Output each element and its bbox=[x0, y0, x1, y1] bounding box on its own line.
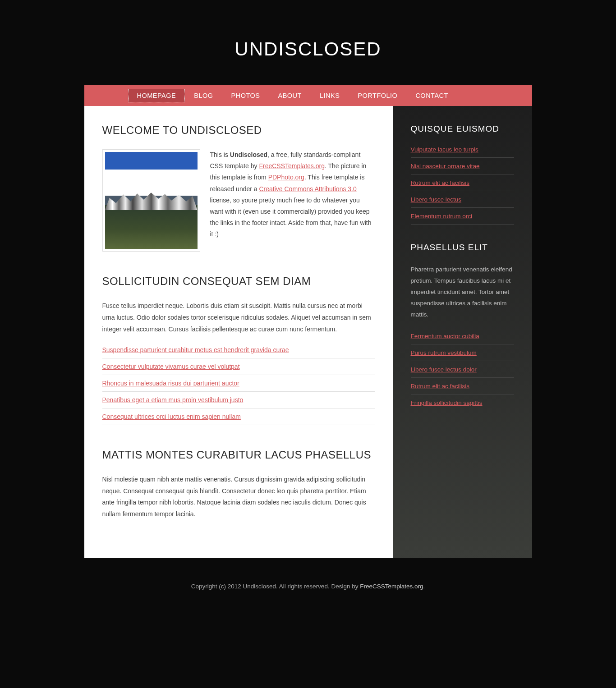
footer-text: . bbox=[423, 583, 425, 590]
post-link[interactable]: Consectetur vulputate vivamus curae vel … bbox=[102, 363, 240, 370]
list-item: Consequat ultrices orci luctus enim sapi… bbox=[102, 408, 375, 425]
list-item: Consectetur vulputate vivamus curae vel … bbox=[102, 358, 375, 375]
post-link[interactable]: Rhoncus in malesuada risus dui parturien… bbox=[102, 380, 239, 387]
list-item: Nisl nascetur ornare vitae bbox=[411, 158, 514, 174]
post-title: MATTIS MONTES CURABITUR LACUS PHASELLUS bbox=[102, 449, 375, 461]
sidebar-link[interactable]: Elementum rutrum orci bbox=[411, 213, 473, 220]
list-item: Penatibus eget a etiam mus proin vestibu… bbox=[102, 392, 375, 408]
post-body: Fusce tellus imperdiet neque. Lobortis d… bbox=[102, 300, 375, 335]
link-freecsstemplates[interactable]: FreeCSSTemplates.org bbox=[259, 162, 325, 170]
sidebar-body: Pharetra parturient venenatis eleifend p… bbox=[411, 264, 514, 321]
list-item: Rutrum elit ac facilisis bbox=[411, 174, 514, 191]
list-item: Vulputate lacus leo turpis bbox=[411, 146, 514, 158]
nav-portfolio[interactable]: PORTFOLIO bbox=[349, 89, 406, 102]
main-content: WELCOME TO UNDISCLOSED This is Undisclos… bbox=[84, 106, 393, 558]
post-link[interactable]: Penatibus eget a etiam mus proin vestibu… bbox=[102, 396, 244, 404]
site-title: UNDISCLOSED bbox=[84, 38, 532, 60]
post-body: Nisl molestie quam nibh ante mattis vene… bbox=[102, 474, 375, 521]
sidebar-title: QUISQUE EUISMOD bbox=[411, 124, 514, 134]
sidebar-link[interactable]: Fermentum auctor cubilia bbox=[411, 333, 479, 339]
sidebar-link[interactable]: Libero fusce lectus dolor bbox=[411, 366, 477, 373]
sidebar-link-list: Fermentum auctor cubilia Purus rutrum ve… bbox=[411, 332, 514, 411]
post-title: WELCOME TO UNDISCLOSED bbox=[102, 124, 375, 137]
nav-homepage[interactable]: HOMEPAGE bbox=[128, 89, 185, 102]
list-item: Libero fusce lectus dolor bbox=[411, 361, 514, 378]
intro-bold: Undisclosed bbox=[230, 151, 267, 158]
link-pdphoto[interactable]: PDPhoto.org bbox=[268, 174, 304, 181]
list-item: Libero fusce lectus bbox=[411, 191, 514, 208]
header: UNDISCLOSED bbox=[84, 0, 532, 85]
main-nav: HOMEPAGE BLOG PHOTOS ABOUT LINKS PORTFOL… bbox=[84, 85, 532, 106]
footer-text: Copyright (c) 2012 Undisclosed. All righ… bbox=[191, 583, 360, 590]
link-cc-license[interactable]: Creative Commons Attributions 3.0 bbox=[259, 185, 356, 193]
post-mattis: MATTIS MONTES CURABITUR LACUS PHASELLUS … bbox=[102, 449, 375, 521]
footer-link-freecsstemplates[interactable]: FreeCSSTemplates.org bbox=[360, 583, 423, 590]
intro-paragraph: This is Undisclosed, a free, fully stand… bbox=[210, 149, 375, 252]
post-link[interactable]: Consequat ultrices orci luctus enim sapi… bbox=[102, 413, 241, 420]
sidebar: QUISQUE EUISMOD Vulputate lacus leo turp… bbox=[393, 106, 532, 558]
post-welcome: WELCOME TO UNDISCLOSED This is Undisclos… bbox=[102, 124, 375, 252]
post-sollicitudin: SOLLICITUDIN CONSEQUAT SEM DIAM Fusce te… bbox=[102, 275, 375, 425]
sidebar-block-phasellus: PHASELLUS ELIT Pharetra parturient venen… bbox=[411, 243, 514, 411]
list-item: Rutrum elit ac facilisis bbox=[411, 378, 514, 394]
nav-links[interactable]: LINKS bbox=[311, 89, 349, 102]
nav-blog[interactable]: BLOG bbox=[185, 89, 222, 102]
list-item: Suspendisse parturient curabitur metus e… bbox=[102, 346, 375, 358]
sidebar-link[interactable]: Rutrum elit ac facilisis bbox=[411, 179, 470, 186]
intro-image-frame bbox=[102, 149, 200, 252]
sidebar-link[interactable]: Nisl nascetur ornare vitae bbox=[411, 163, 480, 170]
nav-photos[interactable]: PHOTOS bbox=[222, 89, 269, 102]
list-item: Purus rutrum vestibulum bbox=[411, 344, 514, 361]
list-item: Rhoncus in malesuada risus dui parturien… bbox=[102, 375, 375, 392]
intro-text-part: This is bbox=[210, 151, 230, 158]
sidebar-block-quisque: QUISQUE EUISMOD Vulputate lacus leo turp… bbox=[411, 124, 514, 225]
intro-text-part: license, so youre pretty much free to do… bbox=[210, 197, 372, 238]
nav-about[interactable]: ABOUT bbox=[269, 89, 310, 102]
sidebar-title: PHASELLUS ELIT bbox=[411, 243, 514, 252]
list-item: Fringilla sollicitudin sagittis bbox=[411, 394, 514, 411]
sidebar-link[interactable]: Rutrum elit ac facilisis bbox=[411, 383, 470, 390]
landscape-image bbox=[105, 152, 198, 249]
post-title: SOLLICITUDIN CONSEQUAT SEM DIAM bbox=[102, 275, 375, 288]
sidebar-link[interactable]: Fringilla sollicitudin sagittis bbox=[411, 399, 483, 406]
sidebar-link-list: Vulputate lacus leo turpis Nisl nascetur… bbox=[411, 146, 514, 225]
nav-contact[interactable]: CONTACT bbox=[406, 89, 457, 102]
footer: Copyright (c) 2012 Undisclosed. All righ… bbox=[84, 558, 532, 617]
sidebar-link[interactable]: Purus rutrum vestibulum bbox=[411, 349, 477, 356]
sidebar-link[interactable]: Libero fusce lectus bbox=[411, 196, 462, 203]
post-link[interactable]: Suspendisse parturient curabitur metus e… bbox=[102, 346, 289, 353]
list-item: Elementum rutrum orci bbox=[411, 208, 514, 225]
list-item: Fermentum auctor cubilia bbox=[411, 332, 514, 344]
sidebar-link[interactable]: Vulputate lacus leo turpis bbox=[411, 146, 478, 153]
post-link-list: Suspendisse parturient curabitur metus e… bbox=[102, 346, 375, 425]
